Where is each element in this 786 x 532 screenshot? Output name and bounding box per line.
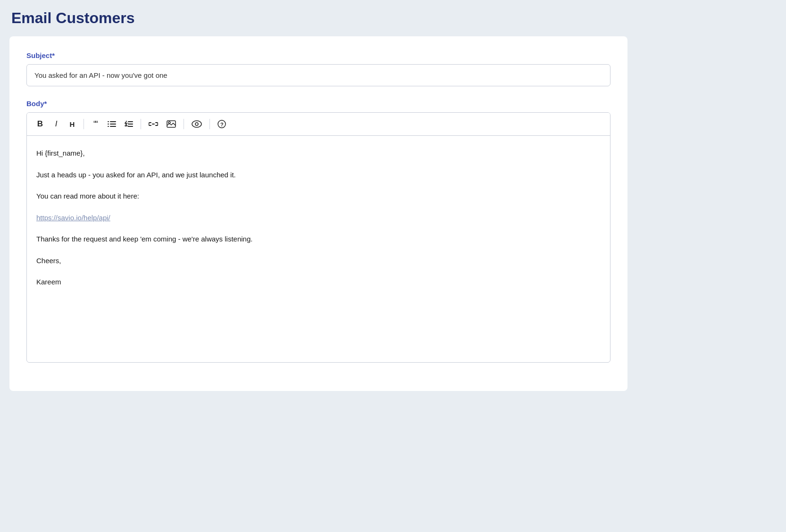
body-line-greeting: Hi {first_name}, [36, 147, 601, 159]
svg-rect-4 [108, 126, 109, 127]
svg-rect-1 [110, 121, 116, 122]
api-link[interactable]: https://savio.io/help/api/ [36, 214, 110, 222]
toolbar-divider-1 [84, 119, 84, 129]
editor-toolbar: B I H ““ 1. [27, 113, 610, 136]
italic-button[interactable]: I [49, 116, 64, 132]
svg-rect-11 [128, 126, 133, 127]
body-label: Body* [26, 100, 610, 108]
toolbar-divider-2 [141, 119, 141, 129]
body-line-cheers: Cheers, [36, 255, 601, 267]
body-editor: B I H ““ 1. [26, 112, 610, 363]
subject-input[interactable] [26, 64, 610, 86]
svg-rect-3 [110, 124, 116, 125]
svg-rect-2 [108, 124, 109, 125]
svg-point-15 [195, 123, 198, 125]
help-button[interactable]: ? [214, 116, 230, 132]
preview-button[interactable] [188, 116, 206, 132]
numbered-list-button[interactable]: 1. 2. 3. [121, 116, 137, 132]
form-card: Subject* Body* B I H ““ [9, 36, 627, 391]
bold-button[interactable]: B [33, 116, 48, 132]
toolbar-divider-3 [184, 119, 184, 129]
heading-button[interactable]: H [65, 116, 80, 132]
body-line-name: Kareem [36, 276, 601, 288]
body-line-intro: Just a heads up - you asked for an API, … [36, 169, 601, 181]
svg-rect-7 [128, 121, 133, 122]
subject-label: Subject* [26, 51, 610, 59]
body-line-link: https://savio.io/help/api/ [36, 212, 601, 224]
editor-content-area[interactable]: Hi {first_name}, Just a heads up - you a… [27, 136, 610, 362]
svg-rect-5 [110, 126, 116, 127]
toolbar-divider-4 [209, 119, 210, 129]
body-line-thanks: Thanks for the request and keep 'em comi… [36, 233, 601, 245]
svg-rect-9 [128, 124, 133, 125]
svg-text:?: ? [220, 122, 224, 127]
body-line-cta: You can read more about it here: [36, 190, 601, 202]
page-title: Email Customers [9, 9, 777, 27]
bullet-list-button[interactable] [104, 116, 120, 132]
svg-point-14 [192, 121, 201, 127]
image-button[interactable] [163, 116, 180, 132]
svg-rect-0 [108, 121, 109, 122]
quote-button[interactable]: ““ [88, 116, 103, 132]
link-button[interactable] [145, 116, 162, 132]
subject-field-group: Subject* [26, 51, 610, 86]
body-field-group: Body* B I H ““ [26, 100, 610, 363]
